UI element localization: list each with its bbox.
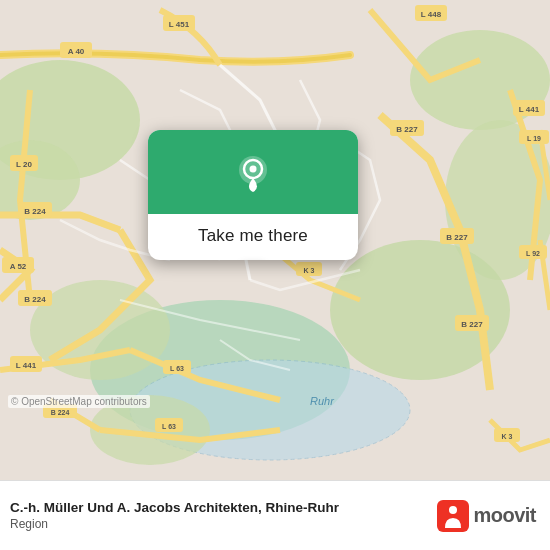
svg-text:L 63: L 63	[170, 365, 184, 372]
svg-point-51	[250, 166, 257, 173]
copyright-text: © OpenStreetMap contributors	[8, 395, 150, 408]
svg-text:L 441: L 441	[16, 361, 37, 370]
svg-text:L 63: L 63	[162, 423, 176, 430]
take-me-there-button[interactable]: Take me there	[198, 226, 308, 246]
location-pin-icon	[231, 152, 275, 196]
location-popup: Take me there	[148, 130, 358, 260]
map-container: A 40 L 448 L 441 L 451 L 20 B 227 B 227 …	[0, 0, 550, 480]
svg-text:B 227: B 227	[446, 233, 468, 242]
footer-info: C.-h. Müller Und A. Jacobs Architekten, …	[10, 500, 339, 531]
svg-text:K 3: K 3	[304, 267, 315, 274]
moovit-logo: moovit	[437, 500, 536, 532]
svg-text:Ruhr: Ruhr	[310, 395, 335, 407]
svg-text:B 227: B 227	[396, 125, 418, 134]
svg-text:B 227: B 227	[461, 320, 483, 329]
svg-text:L 451: L 451	[169, 20, 190, 29]
svg-text:B 224: B 224	[24, 207, 46, 216]
svg-text:B 224: B 224	[51, 409, 70, 416]
svg-text:A 52: A 52	[10, 262, 27, 271]
svg-text:L 20: L 20	[16, 160, 32, 169]
place-region: Region	[10, 517, 339, 531]
footer: C.-h. Müller Und A. Jacobs Architekten, …	[0, 480, 550, 550]
svg-text:L 441: L 441	[519, 105, 540, 114]
svg-text:L 19: L 19	[527, 135, 541, 142]
svg-point-53	[449, 506, 457, 514]
moovit-brand-icon	[437, 500, 469, 532]
popup-header	[148, 130, 358, 214]
svg-text:L 448: L 448	[421, 10, 442, 19]
popup-action[interactable]: Take me there	[148, 214, 358, 260]
svg-text:A 40: A 40	[68, 47, 85, 56]
svg-text:L 92: L 92	[526, 250, 540, 257]
moovit-brand-name: moovit	[473, 504, 536, 527]
place-name: C.-h. Müller Und A. Jacobs Architekten, …	[10, 500, 339, 515]
svg-text:K 3: K 3	[502, 433, 513, 440]
svg-text:B 224: B 224	[24, 295, 46, 304]
